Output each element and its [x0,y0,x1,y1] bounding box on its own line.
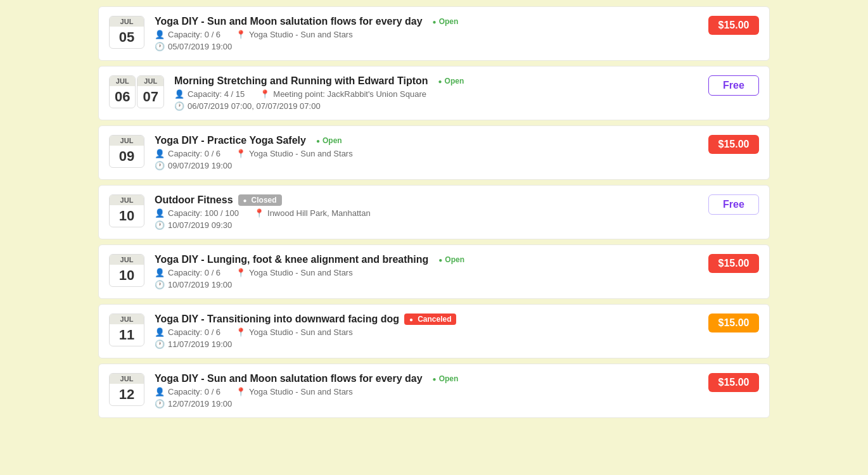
event-info: Yoga DIY - Sun and Moon salutation flows… [155,373,698,408]
event-card[interactable]: JUL 06 JUL 07 Morning Stretching and Run… [98,66,770,120]
datetime-value: 06/07/2019 07:00, 07/07/2019 07:00 [188,101,321,111]
clock-icon: 🕐 [155,399,165,408]
event-info: Yoga DIY - Transitioning into downward f… [155,314,698,349]
datetime-value: 10/07/2019 19:00 [168,280,232,289]
date-month: JUL [110,16,144,27]
date-day: 05 [110,27,144,48]
date-badge: JUL 12 [109,373,144,406]
person-icon: 👤 [155,30,165,39]
person-icon: 👤 [155,327,165,337]
event-card[interactable]: JUL 05 Yoga DIY - Sun and Moon salutatio… [98,6,770,61]
clock-icon: 🕐 [155,161,165,170]
price-badge[interactable]: $15.00 [708,254,759,273]
price-badge[interactable]: Free [708,194,759,215]
price-badge[interactable]: $15.00 [708,314,759,332]
date-badge: JUL 11 [109,314,144,346]
location-item: 📍 Yoga Studio - Sun and Stars [236,387,353,396]
date-month: JUL [110,255,144,265]
capacity-value: Capacity: 4 / 15 [188,89,245,99]
status-badge: Open [433,75,469,87]
events-list: JUL 05 Yoga DIY - Sun and Moon salutatio… [86,0,782,429]
location-icon: 📍 [254,208,264,218]
event-card[interactable]: JUL 09 Yoga DIY - Practice Yoga Safely O… [98,125,770,180]
status-badge: Open [311,135,347,146]
date-month: JUL [137,76,163,86]
price-badge[interactable]: $15.00 [708,135,759,154]
location-value: Meeting point: JackRabbit's Union Square [273,89,426,99]
date-dual-badge: JUL 06 JUL 07 [109,75,164,108]
clock-icon: 🕐 [155,220,165,230]
person-icon: 👤 [174,89,184,99]
event-info: Outdoor Fitness Closed 👤 Capacity: 100 /… [155,194,698,230]
location-icon: 📍 [260,89,270,99]
location-icon: 📍 [236,327,246,337]
event-meta: 👤 Capacity: 0 / 6 📍 Yoga Studio - Sun an… [155,149,698,158]
location-item: 📍 Inwood Hill Park, Manhattan [254,208,371,218]
clock-icon: 🕐 [155,42,165,51]
event-card[interactable]: JUL 11 Yoga DIY - Transitioning into dow… [98,304,770,358]
event-title: Morning Stretching and Running with Edwa… [174,75,428,87]
date-day: 10 [110,205,144,227]
person-icon: 👤 [155,387,165,396]
location-item: 📍 Yoga Studio - Sun and Stars [236,30,353,39]
location-item: 📍 Yoga Studio - Sun and Stars [236,327,353,337]
price-badge[interactable]: Free [708,75,759,96]
date-badge: JUL 09 [109,135,144,168]
location-icon: 📍 [236,387,246,396]
clock-icon: 🕐 [155,280,165,289]
location-item: 📍 Yoga Studio - Sun and Stars [236,149,353,158]
event-datetime: 🕐 12/07/2019 19:00 [155,399,698,408]
price-badge[interactable]: $15.00 [708,16,759,35]
capacity-value: Capacity: 0 / 6 [168,149,220,158]
status-badge: Open [428,16,464,27]
event-meta: 👤 Capacity: 0 / 6 📍 Yoga Studio - Sun an… [155,268,698,277]
date-badge: JUL 05 [109,16,144,49]
event-title: Yoga DIY - Sun and Moon salutation flows… [155,373,423,384]
datetime-value: 12/07/2019 19:00 [168,399,232,408]
capacity-value: Capacity: 0 / 6 [168,268,220,277]
event-meta: 👤 Capacity: 0 / 6 📍 Yoga Studio - Sun an… [155,30,698,39]
location-value: Yoga Studio - Sun and Stars [249,149,353,158]
capacity-item: 👤 Capacity: 100 / 100 [155,208,239,218]
date-day: 06 [110,86,135,108]
event-info: Yoga DIY - Sun and Moon salutation flows… [155,16,698,51]
event-datetime: 🕐 11/07/2019 19:00 [155,339,698,349]
event-meta: 👤 Capacity: 0 / 6 📍 Yoga Studio - Sun an… [155,387,698,396]
date-day: 09 [110,146,144,167]
event-card[interactable]: JUL 10 Yoga DIY - Lunging, foot & knee a… [98,244,770,299]
event-title-row: Yoga DIY - Lunging, foot & knee alignmen… [155,254,698,265]
date-day: 07 [137,86,163,108]
capacity-item: 👤 Capacity: 0 / 6 [155,387,220,396]
event-title: Yoga DIY - Transitioning into downward f… [155,314,399,325]
date-day: 10 [110,265,144,286]
location-icon: 📍 [236,30,246,39]
event-title: Yoga DIY - Practice Yoga Safely [155,135,306,146]
event-title-row: Morning Stretching and Running with Edwa… [174,75,698,87]
capacity-value: Capacity: 100 / 100 [168,208,239,218]
capacity-item: 👤 Capacity: 0 / 6 [155,149,220,158]
location-value: Yoga Studio - Sun and Stars [249,268,353,277]
capacity-item: 👤 Capacity: 0 / 6 [155,327,220,337]
event-datetime: 🕐 05/07/2019 19:00 [155,42,698,51]
event-title: Yoga DIY - Sun and Moon salutation flows… [155,16,423,27]
event-card[interactable]: JUL 10 Outdoor Fitness Closed 👤 Capacity… [98,185,770,239]
event-title: Yoga DIY - Lunging, foot & knee alignmen… [155,254,428,265]
capacity-value: Capacity: 0 / 6 [168,327,220,337]
location-icon: 📍 [236,268,246,277]
datetime-value: 10/07/2019 09:30 [168,220,232,230]
event-info: Morning Stretching and Running with Edwa… [174,75,698,111]
capacity-item: 👤 Capacity: 4 / 15 [174,89,245,99]
location-value: Yoga Studio - Sun and Stars [249,30,353,39]
status-badge: Closed [238,194,282,206]
event-title-row: Yoga DIY - Sun and Moon salutation flows… [155,373,698,384]
capacity-item: 👤 Capacity: 0 / 6 [155,268,220,277]
event-title-row: Outdoor Fitness Closed [155,194,698,206]
price-badge[interactable]: $15.00 [708,373,759,392]
datetime-value: 05/07/2019 19:00 [168,42,232,51]
location-value: Yoga Studio - Sun and Stars [249,387,353,396]
event-info: Yoga DIY - Lunging, foot & knee alignmen… [155,254,698,289]
date-day: 12 [110,384,144,405]
location-value: Inwood Hill Park, Manhattan [267,208,371,218]
event-card[interactable]: JUL 12 Yoga DIY - Sun and Moon salutatio… [98,364,770,418]
date-badge: JUL 10 [109,254,144,287]
